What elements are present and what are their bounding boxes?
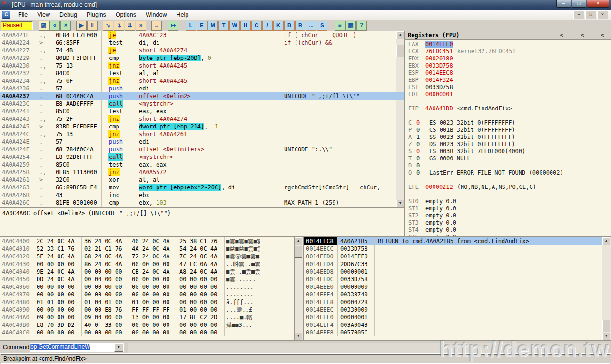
- help-button[interactable]: ?: [356, 21, 367, 31]
- stack-row[interactable]: 0014EED42DD67C33: [304, 260, 611, 268]
- close-button[interactable]: ×: [587, 0, 609, 8]
- register-row[interactable]: EDX00020180: [408, 55, 611, 62]
- fpu-register-row[interactable]: ST1empty 0.0: [408, 205, 611, 212]
- execute-till-return-button[interactable]: →: [151, 21, 162, 31]
- scroll-down-icon[interactable]: ▼: [602, 333, 610, 340]
- dump-row[interactable]: 4A0C403000 00 00 0086 24 0C 4A00 00 00 0…: [0, 260, 303, 268]
- step-into-button[interactable]: ↘: [103, 21, 113, 31]
- disasm-row[interactable]: 4A0A4234.,75 0Fjnzshort 4A0A4245: [0, 77, 404, 85]
- letter-button-L[interactable]: L: [186, 21, 196, 31]
- scroll-down-icon[interactable]: ▼: [295, 333, 302, 340]
- disasm-row[interactable]: 4A0A426B.43incebx: [0, 191, 404, 199]
- disasm-row[interactable]: 4A0A424C.,75 13jnzshort 4A0A4261: [0, 130, 404, 138]
- letter-button-C[interactable]: C: [251, 21, 262, 31]
- dump-row[interactable]: 4A0C407000 00 00 0000 00 00 0000 00 00 0…: [0, 291, 303, 298]
- command-input[interactable]: bp GetCommandLineW: [30, 343, 114, 352]
- menu-item-plugins[interactable]: Plugins: [82, 10, 111, 19]
- flag-row[interactable]: A1SS 0023 32bit 0(FFFFFFFF): [408, 134, 611, 141]
- letter-button-E[interactable]: E: [197, 21, 207, 31]
- letter-button-K[interactable]: K: [273, 21, 284, 31]
- disasm-row[interactable]: 4A0A4259.85C0testeax, eax: [0, 161, 404, 168]
- eip-row[interactable]: EIP4A0A41DD<cmd.FindAndFix>: [408, 105, 611, 112]
- letter-button-H[interactable]: H: [240, 21, 251, 31]
- register-row[interactable]: ESI0033D758: [408, 84, 611, 91]
- animate-into-button[interactable]: ⇊: [125, 21, 135, 31]
- stack-row[interactable]: 0014EEF000000001: [304, 314, 611, 321]
- register-row[interactable]: ECX76EDC451kernel32.76EDC451: [408, 48, 611, 55]
- maximize-button[interactable]: □: [572, 0, 586, 8]
- letter-button-R[interactable]: R: [295, 21, 306, 31]
- close-program-button[interactable]: ×: [60, 21, 71, 31]
- menu-item-debug[interactable]: Debug: [55, 10, 82, 19]
- restart-button[interactable]: «: [49, 21, 60, 31]
- step-over-button[interactable]: ↴: [114, 21, 124, 31]
- disasm-row[interactable]: 4A0A4261>32C0xoral, al: [0, 176, 404, 184]
- run-button[interactable]: ▶: [76, 21, 87, 31]
- flag-row[interactable]: T0GS 0000 NULL: [408, 155, 611, 162]
- scroll-thumb[interactable]: [602, 320, 610, 332]
- letter-button-dots[interactable]: ...: [306, 21, 316, 31]
- chevron-down-icon[interactable]: ▼: [114, 343, 123, 352]
- disasm-row[interactable]: 4A0A425B.,0F85 1113000jnz4A0A5572: [0, 168, 404, 176]
- disasm-row[interactable]: 4A0A4224>66:85FFtestdi, diif ((chCur) &&: [0, 39, 404, 47]
- stack-row[interactable]: 0014EEF4003A0043: [304, 321, 611, 329]
- disasm-row[interactable]: 4A0A4227.,74 4Bjeshort 4A0A4274: [0, 47, 404, 54]
- appearance-button[interactable]: ▦: [345, 21, 356, 31]
- register-row[interactable]: EBX0033D758: [408, 62, 611, 69]
- stack-scrollbar[interactable]: ▲ ▼: [602, 237, 611, 340]
- fpu-register-row[interactable]: ST5empty 0.0: [408, 234, 611, 237]
- menu-item-view[interactable]: View: [32, 10, 55, 19]
- collapse-button[interactable]: <: [599, 31, 606, 39]
- stack-row[interactable]: 0014EEF80057005C: [304, 329, 611, 336]
- fpu-register-row[interactable]: ST0empty 0.0: [408, 198, 611, 205]
- letter-button-T[interactable]: T: [218, 21, 229, 31]
- mdi-restore-button[interactable]: □: [585, 11, 596, 19]
- disasm-row[interactable]: 4A0A424F.68 78460C4Apushoffset <Delimite…: [0, 146, 404, 153]
- disasm-row[interactable]: 4A0A426C.81FB 0301000cmpebx, 103MAX_PATH…: [0, 199, 404, 207]
- flag-row[interactable]: S0FS 003B 32bit 7FFDF000(4000): [408, 148, 611, 155]
- efl-row[interactable]: EFL00000212(NO,NB,NE,A,NS,PO,GE,G): [408, 184, 611, 191]
- dump-row[interactable]: 4A0C40B0E8 70 3D D240 0F 33 0000 00 00 0…: [0, 321, 303, 329]
- register-row[interactable]: EDI00000001: [408, 91, 611, 98]
- flag-row[interactable]: C0ES 0023 32bit 0(FFFFFFFF): [408, 119, 611, 127]
- disasm-row[interactable]: 4A0A423C.E8 AAD6FFFFcall<mystrchr>: [0, 100, 404, 108]
- animate-over-button[interactable]: »: [136, 21, 146, 31]
- open-file-button[interactable]: ▨: [39, 21, 49, 31]
- disasm-row[interactable]: 4A0A4241.85C0testeax, eax: [0, 108, 404, 115]
- stack-row[interactable]: 0014EEDC0033D758: [304, 275, 611, 283]
- flag-row[interactable]: D0: [408, 162, 611, 169]
- dump-row[interactable]: 4A0C409000 00 00 0000 00 E8 76FF FF FF F…: [0, 306, 303, 314]
- flag-row[interactable]: O0LastErr ERROR_FILE_NOT_FOUND (00000002…: [408, 169, 611, 177]
- stack-row[interactable]: 0014EEEC00330000: [304, 306, 611, 314]
- dump-row[interactable]: 4A0C40409E 24 0C 4A00 00 00 00CB 24 0C 4…: [0, 268, 303, 275]
- minimize-button[interactable]: –: [556, 0, 571, 8]
- disasm-row[interactable]: 4A0A4230.,75 13jnzshort 4A0A4245: [0, 62, 404, 69]
- dump-row[interactable]: 4A0C40A009 00 00 0009 00 00 0013 00 00 0…: [0, 314, 303, 321]
- windows-list-button[interactable]: ≡: [335, 21, 345, 31]
- disasm-row[interactable]: 4A0A4243.,75 2Fjnzshort 4A0A4274: [0, 115, 404, 123]
- scroll-up-icon[interactable]: ▲: [602, 237, 610, 245]
- go-to-address-button[interactable]: ↦: [168, 21, 178, 31]
- dump-row[interactable]: 4A0C40C000 00 00 0000 00 00 0000 00 00 0…: [0, 329, 303, 336]
- scroll-thumb[interactable]: [295, 246, 302, 258]
- dump-row[interactable]: 4A0C406000 00 00 0000 00 00 0000 00 00 0…: [0, 283, 303, 291]
- menu-item-window[interactable]: Window: [141, 10, 171, 19]
- stack-row[interactable]: 0014EEE400338740: [304, 291, 611, 298]
- dump-row[interactable]: 4A0C40205E 24 0C 4A68 24 0C 4A72 24 0C 4…: [0, 253, 303, 260]
- disasm-row[interactable]: 4A0A4245>83BD ECFDFFFcmpdword ptr [ebp-2…: [0, 123, 404, 130]
- collapse-button[interactable]: <: [558, 31, 565, 39]
- stack-row[interactable]: 0014EED800000001: [304, 268, 611, 275]
- stack-row[interactable]: 0014EECC0033D758: [304, 245, 611, 253]
- letter-button-slash[interactable]: /: [262, 21, 273, 31]
- fpu-register-row[interactable]: ST4empty 0.0: [408, 226, 611, 234]
- stack-row[interactable]: 0014EEE000000000: [304, 283, 611, 291]
- disasm-row[interactable]: 4A0A4229.80BD F3FDFFFcmpbyte ptr [ebp-20…: [0, 54, 404, 62]
- letter-button-M[interactable]: M: [207, 21, 218, 31]
- dump-row[interactable]: 4A0C408001 01 00 0001 00 01 0001 00 00 0…: [0, 298, 303, 306]
- command-combobox[interactable]: bp GetCommandLineW ▼: [30, 343, 124, 352]
- dump-row[interactable]: 4A0C40002C 24 0C 4A36 24 0C 4A40 24 0C 4…: [0, 237, 303, 245]
- disasm-row[interactable]: 4A0A424E.57pushedi: [0, 138, 404, 146]
- dump-row[interactable]: 4A0C401052 33 C1 7602 21 C1 764A 24 0C 4…: [0, 245, 303, 253]
- fpu-register-row[interactable]: ST3empty 0.0: [408, 219, 611, 226]
- letter-button-B[interactable]: B: [284, 21, 295, 31]
